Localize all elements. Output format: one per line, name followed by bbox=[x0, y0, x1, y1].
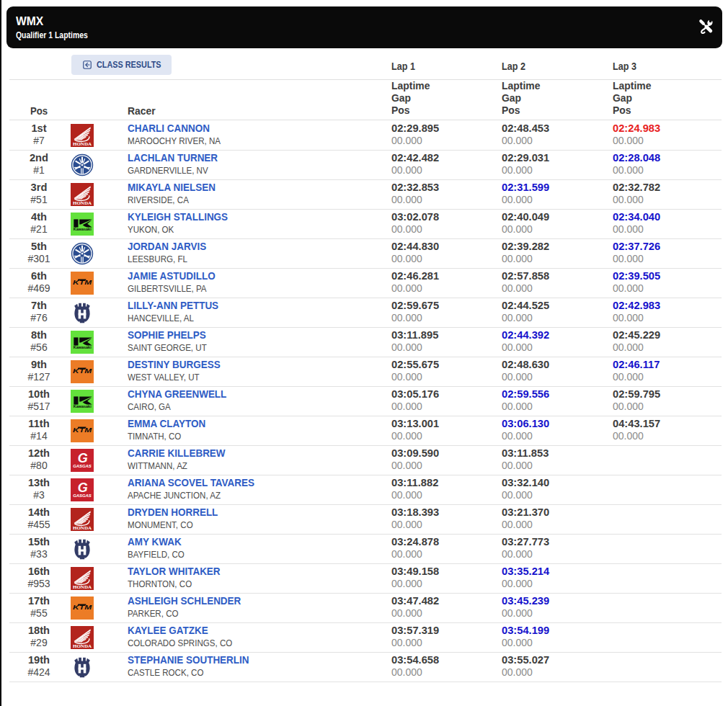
svg-text:HONDA: HONDA bbox=[73, 141, 92, 146]
svg-text:HONDA: HONDA bbox=[73, 525, 92, 530]
svg-text:G: G bbox=[78, 451, 88, 465]
svg-text:G: G bbox=[78, 481, 88, 495]
svg-text:GASGAS: GASGAS bbox=[73, 464, 92, 468]
svg-text:Kawasaki: Kawasaki bbox=[74, 345, 92, 349]
svg-text:HONDA: HONDA bbox=[73, 584, 92, 589]
svg-text:Kawasaki: Kawasaki bbox=[74, 404, 92, 408]
svg-text:Kawasaki: Kawasaki bbox=[74, 227, 92, 231]
svg-text:GASGAS: GASGAS bbox=[73, 493, 92, 498]
svg-text:HONDA: HONDA bbox=[73, 643, 92, 648]
svg-text:HONDA: HONDA bbox=[73, 200, 92, 205]
